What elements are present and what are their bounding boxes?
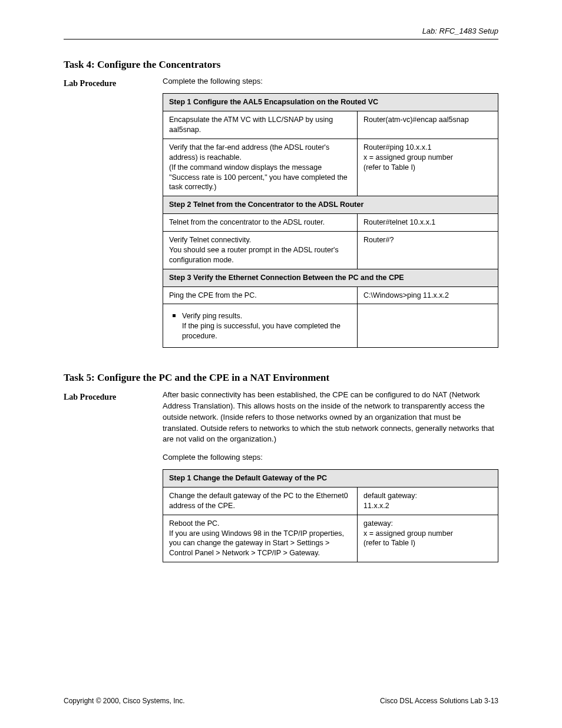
action-cell: Verify Telnet connectivity.You should se… xyxy=(163,232,358,269)
task5-table: Step 1 Change the Default Gateway of the… xyxy=(163,469,498,562)
command-cell: Router#ping 10.x.x.1x = assigned group n… xyxy=(358,139,498,196)
section2-content: After basic connectivity has been establ… xyxy=(163,390,498,562)
section1-content: Complete the following steps: Step 1 Con… xyxy=(163,76,498,348)
action-cell: Reboot the PC.If you are using Windows 9… xyxy=(163,515,358,562)
command-cell: C:\Windows>ping 11.x.x.2 xyxy=(358,286,498,304)
footer-left: Copyright © 2000, Cisco Systems, Inc. xyxy=(64,696,185,706)
section1-body: Lab Procedure Complete the following ste… xyxy=(64,76,498,348)
section2-intro: Complete the following steps: xyxy=(163,452,498,463)
command-cell: Router(atm-vc)#encap aal5snap xyxy=(358,111,498,139)
table-row: Telnet from the concentrator to the ADSL… xyxy=(163,214,498,232)
table-row: Verify ping results.If the ping is succe… xyxy=(163,304,498,348)
table-row: Change the default gateway of the PC to … xyxy=(163,487,498,515)
table-group-header: Step 1 Change the Default Gateway of the… xyxy=(163,470,498,487)
table-row: Verify that the far-end address (the ADS… xyxy=(163,139,498,196)
section-title-task5: Task 5: Configure the PC and the CPE in … xyxy=(64,371,498,385)
command-cell: gateway:x = assigned group number(refer … xyxy=(358,515,498,562)
table-row: Encapsulate the ATM VC with LLC/SNAP by … xyxy=(163,111,498,139)
action-cell: Encapsulate the ATM VC with LLC/SNAP by … xyxy=(163,111,358,139)
action-cell: Change the default gateway of the PC to … xyxy=(163,487,358,515)
page: Lab: RFC_1483 Setup Task 4: Configure th… xyxy=(0,0,562,728)
command-cell: Router#? xyxy=(358,232,498,269)
page-footer: Copyright © 2000, Cisco Systems, Inc. Ci… xyxy=(64,696,498,706)
table-group-header: Step 2 Telnet from the Concentrator to t… xyxy=(163,196,498,214)
task4-table: Step 1 Configure the AAL5 Encapsulation … xyxy=(163,93,498,348)
table-row: Reboot the PC.If you are using Windows 9… xyxy=(163,515,498,562)
side-label-lab-procedure-1: Lab Procedure xyxy=(64,76,163,348)
section2-body: Lab Procedure After basic connectivity h… xyxy=(64,390,498,562)
page-header: Lab: RFC_1483 Setup xyxy=(64,26,498,39)
action-cell: Ping the CPE from the PC. xyxy=(163,286,358,304)
command-cell xyxy=(358,304,498,348)
table-row: Verify Telnet connectivity.You should se… xyxy=(163,232,498,269)
section1-intro: Complete the following steps: xyxy=(163,76,498,87)
section-title-task4: Task 4: Configure the Concentrators xyxy=(64,58,498,72)
header-right-text: Lab: RFC_1483 Setup xyxy=(422,27,498,35)
action-cell: Telnet from the concentrator to the ADSL… xyxy=(163,214,358,232)
table-group-header: Step 1 Configure the AAL5 Encapsulation … xyxy=(163,94,498,111)
footer-right: Cisco DSL Access Solutions Lab 3-13 xyxy=(380,696,498,706)
action-cell: Verify that the far-end address (the ADS… xyxy=(163,139,358,196)
section2-body-text: After basic connectivity has been establ… xyxy=(163,390,498,445)
action-cell: Verify ping results.If the ping is succe… xyxy=(163,304,358,348)
table-row: Ping the CPE from the PC.C:\Windows>ping… xyxy=(163,286,498,304)
command-cell: Router#telnet 10.x.x.1 xyxy=(358,214,498,232)
table-group-header: Step 3 Verify the Ethernet Connection Be… xyxy=(163,269,498,286)
side-label-lab-procedure-2: Lab Procedure xyxy=(64,390,163,562)
command-cell: default gateway:11.x.x.2 xyxy=(358,487,498,515)
